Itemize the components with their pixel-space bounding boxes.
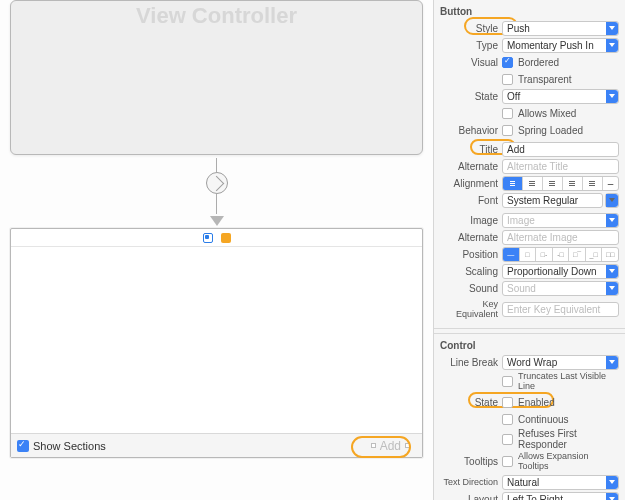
- view-controller-box[interactable]: View Controller: [10, 0, 423, 155]
- show-sections-label: Show Sections: [33, 440, 106, 452]
- font-select[interactable]: System Regular: [502, 193, 603, 208]
- position-segmented[interactable]: —□□--□□¯_□□□: [502, 247, 619, 262]
- allows-mixed-checkbox[interactable]: [502, 108, 513, 119]
- continuous-checkbox[interactable]: [502, 414, 513, 425]
- add-button[interactable]: Add: [365, 437, 416, 455]
- enabled-checkbox[interactable]: [502, 397, 513, 408]
- canvas-area[interactable]: View Controller Show Sections Add: [0, 0, 433, 500]
- sound-select[interactable]: Sound: [502, 281, 619, 296]
- view-controller-title: View Controller: [11, 1, 422, 29]
- tooltips-checkbox[interactable]: [502, 456, 513, 467]
- alignment-segmented[interactable]: –: [502, 176, 619, 191]
- section-header-button: Button: [440, 4, 619, 20]
- alternate-input[interactable]: Alternate Title: [502, 159, 619, 174]
- show-sections-checkbox[interactable]: [17, 440, 29, 452]
- key-equiv-input[interactable]: Enter Key Equivalent: [502, 302, 619, 317]
- selection-handle-icon: [371, 443, 376, 448]
- font-stepper[interactable]: [605, 193, 619, 208]
- line-break-select[interactable]: Word Wrap: [502, 355, 619, 370]
- control-section: Control Line Break Word Wrap Truncates L…: [434, 333, 625, 500]
- type-select[interactable]: Momentary Push In: [502, 38, 619, 53]
- scene-dock[interactable]: [11, 229, 422, 247]
- text-direction-select[interactable]: Natural: [502, 475, 619, 490]
- image-select[interactable]: Image: [502, 213, 619, 228]
- segue-icon: [206, 172, 228, 194]
- alt-image-input[interactable]: Alternate Image: [502, 230, 619, 245]
- segue-arrow[interactable]: [206, 158, 228, 226]
- inspector-panel: Button Style Push Type Momentary Push In…: [433, 0, 625, 500]
- bordered-checkbox[interactable]: [502, 57, 513, 68]
- layout-select[interactable]: Left To Right: [502, 492, 619, 501]
- state-select[interactable]: Off: [502, 89, 619, 104]
- button-section: Button Style Push Type Momentary Push In…: [434, 0, 625, 329]
- spring-loaded-checkbox[interactable]: [502, 125, 513, 136]
- scene-toolbar: Show Sections Add: [11, 433, 422, 457]
- title-input[interactable]: Add: [502, 142, 619, 157]
- style-select[interactable]: Push: [502, 21, 619, 36]
- scaling-select[interactable]: Proportionally Down: [502, 264, 619, 279]
- truncates-checkbox[interactable]: [502, 376, 513, 387]
- scene-box[interactable]: Show Sections Add: [10, 228, 423, 458]
- section-header-control: Control: [440, 338, 619, 354]
- selection-handle-icon: [405, 443, 410, 448]
- transparent-checkbox[interactable]: [502, 74, 513, 85]
- first-responder-icon[interactable]: [221, 233, 231, 243]
- refuses-checkbox[interactable]: [502, 434, 513, 445]
- controller-icon[interactable]: [203, 233, 213, 243]
